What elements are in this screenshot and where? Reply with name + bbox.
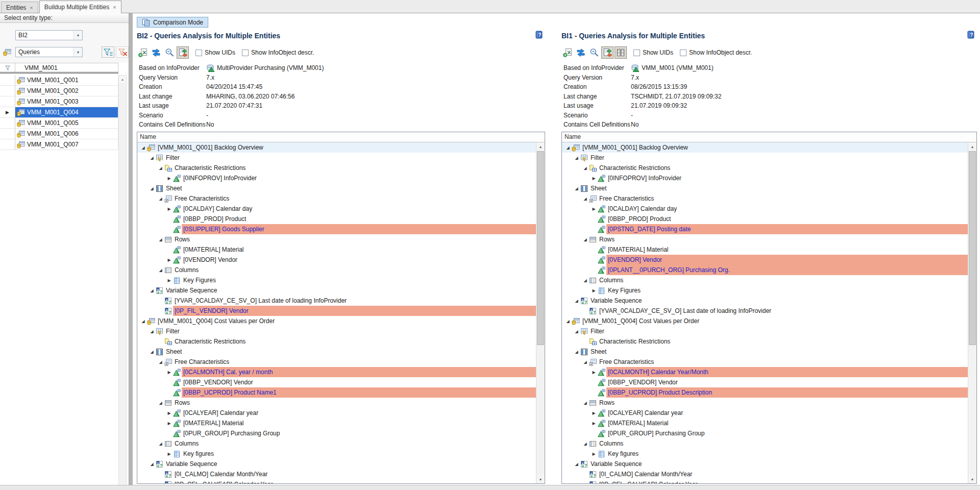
tree-node[interactable]: ◢aFree Characteristics [562, 357, 968, 367]
grid-pair-button[interactable] [615, 46, 627, 59]
collapse-icon[interactable]: ◢ [573, 329, 580, 334]
tree-node[interactable]: [0VENDOR] Vendor [562, 255, 968, 265]
collapse-icon[interactable]: ◢ [573, 350, 580, 354]
transfer-arrows-button[interactable] [575, 46, 587, 59]
help-button[interactable]: ? [967, 31, 975, 40]
tree-node[interactable]: ◢[VMM_M001_Q001] Backlog Overview [137, 142, 536, 153]
tree-node[interactable]: [0MATERIAL] Material [137, 244, 536, 255]
tree-node[interactable]: ◢x?Variable Sequence [562, 296, 968, 306]
tree-node[interactable]: ▶[0INFOPROV] InfoProvider [562, 173, 968, 183]
tree-node[interactable]: ▶[0MATERIAL] Material [137, 418, 536, 428]
expand-icon[interactable]: ▶ [591, 421, 597, 426]
tree-node[interactable]: ▶Key figures [137, 449, 536, 459]
filter-clear-button[interactable] [116, 46, 129, 58]
tree-node[interactable]: [0SUPPLIER] Goods Supplier [137, 224, 536, 234]
checkbox[interactable] [195, 50, 202, 56]
tree-node[interactable]: ▶Key Figures [137, 275, 536, 285]
tree-node[interactable]: [0PUR_GROUP] Purchasing Group [562, 428, 968, 438]
list-item[interactable]: VMM_M001_Q007 [0, 139, 118, 150]
tree-node[interactable]: ▶[0MATERIAL] Material [562, 418, 968, 428]
tree-node[interactable]: ◢Characteristic Restrictions [562, 163, 968, 173]
tree-node[interactable]: ◢x?Variable Sequence [562, 459, 968, 469]
tree-node[interactable]: ▶[0CALYEAR] Calendar year [137, 408, 536, 418]
tree-node[interactable]: ◢Filter [562, 153, 968, 163]
tree-node[interactable]: ▶[0CALDAY] Calendar day [137, 204, 536, 214]
checkbox[interactable] [633, 50, 640, 56]
collapse-icon[interactable]: ◢ [157, 166, 164, 170]
scroll-up-icon[interactable]: ▲ [119, 76, 126, 83]
expand-icon[interactable]: ▶ [591, 207, 597, 211]
expand-icon[interactable]: ▶ [166, 411, 173, 415]
excel-export-button[interactable]: X [137, 46, 149, 59]
tree-node[interactable]: ▶[0CALMONTH] Cal. year / month [137, 367, 536, 377]
tree-node[interactable]: ◢Filter [137, 153, 536, 163]
tree-node[interactable]: [0PLANT__0PURCH_ORG] Purchasing Org. [562, 265, 968, 275]
tree-node[interactable]: ◢Columns [137, 265, 536, 275]
tree-node[interactable]: ◢Sheet [137, 347, 536, 357]
collapse-icon[interactable]: ◢ [582, 360, 589, 364]
transfer-arrows-button[interactable] [150, 46, 162, 59]
scroll-down-icon[interactable]: ▼ [536, 475, 545, 483]
help-button[interactable]: ? [535, 31, 543, 40]
list-item[interactable]: VMM_M001_Q002 [0, 86, 118, 96]
collapse-icon[interactable]: ◢ [565, 145, 571, 150]
collapse-icon[interactable]: ◢ [149, 288, 155, 293]
tree-node[interactable]: Characteristic Restrictions [137, 336, 536, 347]
sidebar-splitter[interactable] [129, 13, 133, 490]
collapse-icon[interactable]: ◢ [565, 319, 571, 324]
tab-entities[interactable]: Entities× [1, 2, 38, 13]
collapse-icon[interactable]: ◢ [582, 401, 589, 405]
expand-icon[interactable]: ▶ [591, 411, 597, 415]
entity-type-select[interactable]: BI2 ▼ [15, 30, 83, 40]
checkbox[interactable] [242, 50, 249, 56]
tree-node[interactable]: Characteristic Restrictions [562, 336, 968, 347]
collapse-icon[interactable]: ◢ [582, 442, 589, 446]
collapse-icon[interactable]: ◢ [582, 278, 589, 283]
tree-node[interactable]: ▶[0CALDAY] Calendar day [562, 204, 968, 214]
tree-node[interactable]: ◢[VMM_M001_Q004] Cost Values per Order [137, 316, 536, 326]
excel-export-button[interactable]: X [561, 46, 574, 59]
collapse-icon[interactable]: ◢ [157, 237, 164, 242]
tree-node[interactable]: x?[YVAR_0CALDAY_CE_SV_O] Last date of lo… [562, 306, 968, 316]
tree-node[interactable]: ◢Filter [137, 326, 536, 336]
search-minus-button[interactable] [588, 46, 600, 59]
chevron-down-icon[interactable]: ▼ [74, 31, 82, 40]
list-item[interactable]: VMM_M001_Q005 [0, 118, 118, 129]
tree-node[interactable]: [0BBP_VENDOR] Vendor [137, 377, 536, 387]
tree-node[interactable]: [0MATERIAL] Material [562, 244, 968, 255]
collapse-icon[interactable]: ◢ [149, 186, 155, 191]
tree-node[interactable]: [0PUR_GROUP] Purchasing Group [137, 428, 536, 438]
tree-node[interactable]: ▶[0CALYEAR] Calendar year [562, 408, 968, 418]
tab-buildup-multiple-entities[interactable]: Buildup Multiple Entities× [39, 1, 121, 13]
tree-node[interactable]: ◢Columns [562, 438, 968, 449]
tree-node[interactable]: [0BBP_PROD] Product [137, 214, 536, 224]
expand-icon[interactable]: ▶ [166, 207, 173, 211]
filter-row-indicator[interactable] [0, 63, 15, 72]
search-minus-button[interactable] [163, 46, 176, 59]
tree-node[interactable]: [0PSTNG_DATE] Posting date [562, 224, 968, 234]
scroll-down-icon[interactable]: ▼ [968, 475, 976, 483]
collapse-icon[interactable]: ◢ [582, 166, 589, 170]
chevron-down-icon[interactable]: ▼ [74, 47, 82, 57]
compare-transfer-button[interactable] [177, 46, 189, 59]
tree-node[interactable]: x?[YVAR_0CALDAY_CE_SV_O] Last date of lo… [137, 296, 536, 306]
collapse-icon[interactable]: ◢ [149, 156, 155, 160]
compare-transfer-button[interactable] [601, 46, 614, 59]
tree-node[interactable]: ◢Sheet [562, 183, 968, 193]
tree-node[interactable]: ◢Filter [562, 326, 968, 336]
collapse-icon[interactable]: ◢ [140, 319, 146, 324]
sidebar-scrollbar[interactable]: ▲ ▼ [118, 75, 127, 490]
tree-node[interactable]: ◢Rows [562, 234, 968, 244]
filter-edit-button[interactable] [102, 46, 114, 58]
tree-node[interactable]: [0BBP_UCPROD] Product Description [562, 387, 968, 398]
tree-node[interactable]: [0BBP_PROD] Product [562, 214, 968, 224]
tree-node[interactable]: ◢Sheet [562, 347, 968, 357]
tree-node[interactable]: ◢Rows [137, 234, 536, 244]
collapse-icon[interactable]: ◢ [157, 268, 164, 273]
tree-node[interactable]: ▶[0INFOPROV] InfoProvider [137, 173, 536, 183]
close-icon[interactable]: × [30, 5, 33, 10]
expand-icon[interactable]: ▶ [591, 370, 597, 375]
tree-scrollbar[interactable]: ▲▼ [536, 142, 545, 483]
tree-node[interactable]: ◢Rows [137, 398, 536, 408]
list-item[interactable]: VMM_M001_Q006 [0, 129, 118, 139]
